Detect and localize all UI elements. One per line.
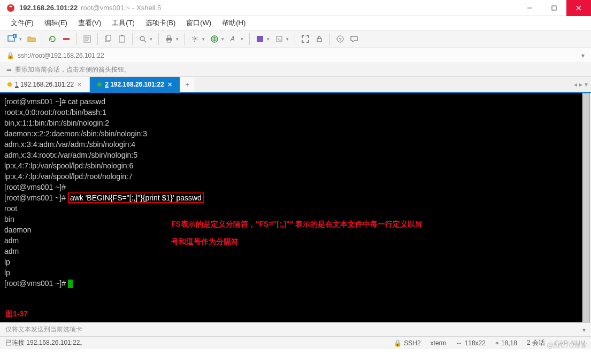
tab-close-icon[interactable]: ✕ bbox=[77, 81, 82, 88]
color-scheme-icon[interactable] bbox=[254, 33, 266, 45]
encoding-icon[interactable]: 字 bbox=[189, 33, 201, 45]
svg-rect-18 bbox=[317, 38, 321, 42]
dropdown-icon[interactable]: ▾ bbox=[221, 36, 226, 42]
terminal-line: [root@vms001 ~]# awk 'BEGIN{FS="[:,]"}{p… bbox=[4, 192, 587, 203]
session-tab-2[interactable]: 2 192.168.26.101:22 ✕ bbox=[90, 77, 180, 92]
menu-view[interactable]: 查看(V) bbox=[73, 17, 106, 29]
svg-rect-9 bbox=[121, 35, 123, 36]
ssh-lock-icon: 🔒 bbox=[6, 52, 14, 59]
menu-window[interactable]: 窗口(W) bbox=[181, 17, 217, 29]
cursor-pos-icon: ⌖ bbox=[495, 339, 499, 347]
help-icon[interactable]: ? bbox=[334, 33, 346, 45]
window-minimize-button[interactable] bbox=[517, 0, 542, 16]
fullscreen-icon[interactable] bbox=[300, 33, 311, 45]
new-session-icon[interactable] bbox=[6, 33, 18, 45]
toolbar: ▾ ▾ ▾ 字 ▾ ▾ A ▾ ▾ ▾ ? bbox=[0, 30, 591, 48]
print-icon[interactable] bbox=[163, 33, 175, 45]
new-tab-button[interactable]: ＋ bbox=[180, 77, 195, 92]
toolbar-separator bbox=[185, 33, 185, 45]
svg-rect-8 bbox=[119, 36, 125, 42]
svg-rect-17 bbox=[257, 36, 263, 42]
hint-text: 要添加当前会话，点击左侧的箭头按钮。 bbox=[15, 65, 131, 74]
properties-icon[interactable] bbox=[81, 33, 93, 45]
dropdown-icon[interactable]: ▾ bbox=[150, 36, 154, 42]
dropdown-icon[interactable]: ▾ bbox=[286, 36, 290, 42]
svg-point-0 bbox=[7, 4, 14, 12]
toolbar-separator bbox=[249, 33, 250, 45]
title-session: root@vms001:~ - Xshell 5 bbox=[81, 4, 161, 12]
menu-help[interactable]: 帮助(H) bbox=[217, 17, 251, 29]
hint-bar: ➦ 要添加当前会话，点击左侧的箭头按钮。 bbox=[0, 63, 591, 77]
terminal-line: adm,x:3:4:rootx:/var/adm:/sbin/nologin:5 bbox=[4, 150, 587, 160]
toolbar-separator bbox=[42, 33, 42, 45]
app-icon bbox=[6, 4, 15, 12]
terminal-line: bin,x:1:1:bin:/bin:/sbin/nologin:2 bbox=[4, 118, 587, 128]
toolbar-separator bbox=[295, 33, 295, 45]
figure-label: 图1-37 bbox=[5, 308, 28, 319]
title-bar: 192.168.26.101:22 root@vms001:~ - Xshell… bbox=[0, 0, 591, 16]
lock-icon[interactable] bbox=[313, 33, 325, 45]
script-icon[interactable] bbox=[273, 33, 285, 45]
dropdown-icon[interactable]: ▾ bbox=[176, 36, 180, 42]
font-icon[interactable]: A bbox=[228, 33, 240, 45]
open-icon[interactable] bbox=[26, 33, 37, 45]
address-bar[interactable]: 🔒 ssh://root@192.168.26.101:22 ▾ bbox=[0, 48, 591, 63]
disconnect-icon[interactable] bbox=[60, 33, 72, 45]
terminal-cursor bbox=[68, 280, 73, 288]
svg-rect-12 bbox=[167, 36, 171, 38]
terminal-line: [root@vms001 ~]# bbox=[4, 182, 587, 192]
tab-label: 192.168.26.101:22 bbox=[110, 81, 164, 88]
add-session-arrow-icon[interactable]: ➦ bbox=[6, 66, 12, 74]
tab-menu-icon[interactable]: ▾ bbox=[585, 81, 588, 88]
terminal[interactable]: [root@vms001 ~]# cat passwd root:x,0:0:r… bbox=[0, 93, 591, 322]
tab-index: 2 bbox=[105, 81, 109, 88]
feedback-icon[interactable] bbox=[348, 33, 360, 45]
dropdown-icon[interactable]: ▾ bbox=[19, 36, 24, 42]
window-maximize-button[interactable] bbox=[542, 0, 566, 16]
address-text: ssh://root@192.168.26.101:22 bbox=[18, 52, 104, 59]
svg-text:A: A bbox=[230, 35, 235, 43]
toolbar-separator bbox=[97, 33, 98, 45]
status-dot-icon bbox=[7, 82, 12, 87]
terminal-line: root:x,0:0:root:/root:/bin/bash:1 bbox=[4, 107, 587, 118]
terminal-line: adm,x:3:4:adm:/var/adm:/sbin/nologin:4 bbox=[4, 139, 587, 150]
dropdown-icon[interactable]: ▾ bbox=[267, 36, 271, 42]
dropdown-icon[interactable]: ▾ bbox=[202, 36, 206, 42]
menu-tabs[interactable]: 选项卡(B) bbox=[140, 17, 181, 29]
status-dot-icon bbox=[97, 82, 102, 87]
highlighted-command: awk 'BEGIN{FS="[:,]"}{print $1}' passwd bbox=[68, 192, 204, 203]
tab-next-icon[interactable]: ▸ bbox=[579, 81, 582, 88]
svg-rect-7 bbox=[106, 35, 111, 41]
session-tab-1[interactable]: 1 192.168.26.101:22 ✕ bbox=[0, 77, 90, 92]
window-close-button[interactable] bbox=[566, 0, 591, 16]
scrollbar-thumb[interactable] bbox=[584, 93, 590, 322]
size-icon: ↔ bbox=[456, 339, 463, 347]
globe-icon[interactable] bbox=[209, 33, 220, 45]
menu-file[interactable]: 文件(F) bbox=[5, 17, 39, 29]
ssh-icon: 🔒 bbox=[394, 339, 402, 347]
status-protocol: 🔒SSH2 bbox=[394, 339, 420, 347]
menu-tools[interactable]: 工具(T) bbox=[106, 17, 140, 29]
scrollbar[interactable] bbox=[582, 93, 591, 322]
watermark: @51CTO博客 bbox=[547, 341, 587, 350]
svg-rect-13 bbox=[167, 40, 171, 42]
terminal-line: daemon:x:2:2:daemon:/sbin:/sbin/nologin:… bbox=[4, 128, 587, 139]
status-size: ↔118x22 bbox=[456, 339, 486, 347]
tab-label: 192.168.26.101:22 bbox=[20, 81, 74, 88]
compose-input-bar[interactable]: 仅将文本发送到当前选项卡 ▾ bbox=[0, 322, 591, 336]
find-icon[interactable] bbox=[137, 33, 149, 45]
menu-edit[interactable]: 编辑(E) bbox=[39, 17, 73, 29]
copy-icon[interactable] bbox=[102, 33, 114, 45]
paste-icon[interactable] bbox=[116, 33, 128, 45]
status-sessions: 2 会话 bbox=[527, 338, 545, 347]
title-host: 192.168.26.101:22 bbox=[19, 4, 78, 12]
svg-text:字: 字 bbox=[192, 36, 198, 42]
dropdown-icon[interactable]: ▾ bbox=[241, 36, 245, 42]
terminal-line: [root@vms001 ~]# cat passwd bbox=[4, 96, 587, 107]
chevron-down-icon[interactable]: ▾ bbox=[581, 52, 585, 59]
tab-prev-icon[interactable]: ◂ bbox=[574, 81, 577, 88]
tab-close-icon[interactable]: ✕ bbox=[167, 81, 172, 88]
status-connection: 已连接 192.168.26.101:22。 bbox=[5, 338, 86, 347]
chevron-down-icon[interactable]: ▾ bbox=[582, 326, 586, 334]
reconnect-icon[interactable] bbox=[47, 33, 58, 45]
